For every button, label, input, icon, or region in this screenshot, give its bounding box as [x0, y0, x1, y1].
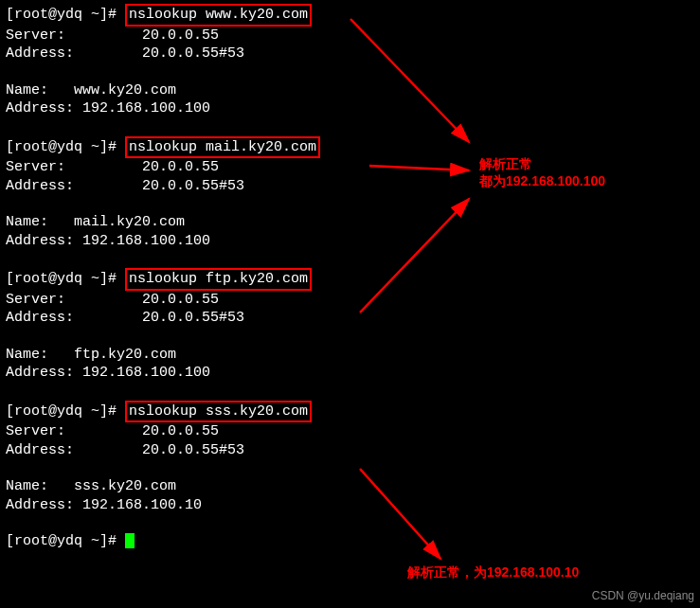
prompt-text: [root@ydq ~]# [6, 403, 125, 420]
output-address: Address: 20.0.0.55#53 [6, 309, 694, 328]
output-resolved-address: Address: 192.168.100.100 [6, 364, 694, 383]
annotation-line: 解析正常 [479, 155, 605, 172]
annotation-text: 解析正常 都为192.168.100.100 [479, 155, 605, 189]
command-highlight-box: nslookup sss.ky20.com [125, 401, 312, 423]
annotation-line: 都为192.168.100.100 [479, 172, 605, 189]
annotation-text: 解析正常，为192.168.100.10 [407, 563, 579, 581]
command-highlight-box: nslookup www.ky20.com [125, 4, 312, 27]
terminal-line: [root@ydq ~]# [6, 532, 694, 551]
command-highlight-box: nslookup ftp.ky20.com [125, 268, 312, 291]
blank-line [6, 328, 694, 346]
command-text: nslookup www.ky20.com [129, 7, 308, 23]
command-text: nslookup ftp.ky20.com [129, 271, 308, 287]
output-name: Name: www.ky20.com [6, 81, 694, 100]
blank-line [6, 514, 694, 532]
output-name: Name: ftp.ky20.com [6, 346, 694, 365]
prompt-text: [root@ydq ~]# [6, 533, 125, 549]
output-resolved-address: Address: 192.168.100.10 [6, 496, 694, 515]
command-text: nslookup sss.ky20.com [129, 403, 308, 420]
output-server: Server: 20.0.0.55 [6, 27, 694, 45]
output-address: Address: 20.0.0.55#53 [6, 441, 694, 460]
output-resolved-address: Address: 192.168.100.100 [6, 232, 694, 251]
blank-line [6, 250, 694, 268]
terminal-line: [root@ydq ~]# nslookup ftp.ky20.com [6, 268, 694, 291]
output-server: Server: 20.0.0.55 [6, 291, 694, 310]
prompt-text: [root@ydq ~]# [6, 271, 125, 287]
prompt-text: [root@ydq ~]# [6, 139, 125, 155]
command-text: nslookup mail.ky20.com [129, 139, 316, 155]
output-name: Name: sss.ky20.com [6, 477, 694, 496]
output-name: Name: mail.ky20.com [6, 213, 694, 232]
terminal-cursor[interactable] [125, 533, 135, 548]
output-server: Server: 20.0.0.55 [6, 422, 694, 441]
prompt-text: [root@ydq ~]# [6, 7, 125, 23]
watermark-text: CSDN @yu.deqiang [592, 589, 694, 604]
output-address: Address: 20.0.0.55#53 [6, 45, 694, 63]
terminal-line: [root@ydq ~]# nslookup sss.ky20.com [6, 401, 694, 423]
output-resolved-address: Address: 192.168.100.100 [6, 99, 694, 118]
blank-line [6, 63, 694, 81]
blank-line [6, 459, 694, 477]
blank-line [6, 118, 694, 136]
terminal-line: [root@ydq ~]# nslookup www.ky20.com [6, 4, 694, 27]
command-highlight-box: nslookup mail.ky20.com [125, 136, 320, 159]
blank-line [6, 195, 694, 213]
blank-line [6, 383, 694, 401]
